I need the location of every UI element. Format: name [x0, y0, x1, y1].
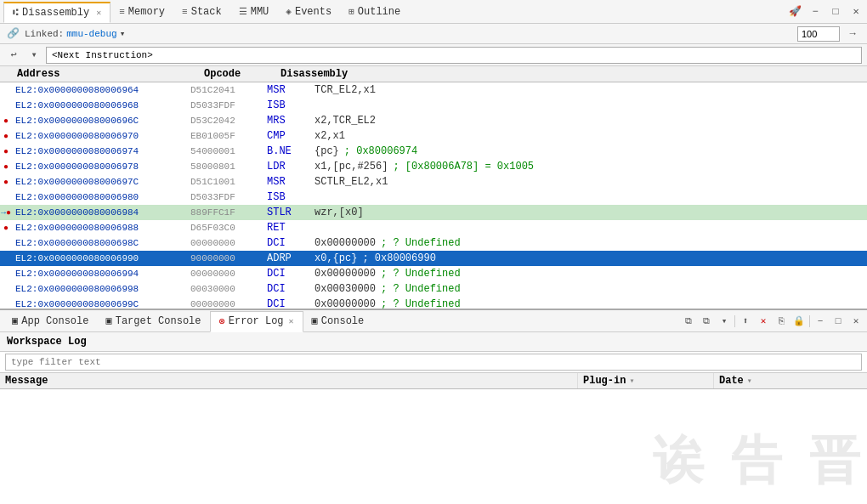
row-disasm: CMPx2,x1 [264, 129, 867, 143]
bottom-minimize-icon[interactable]: − [813, 314, 828, 329]
row-mnemonic: DCI [267, 268, 309, 280]
disasm-row[interactable]: EL2:0x000000008000699090000000ADRPx0,{pc… [0, 251, 867, 266]
disassembly-tab-icon: ⑆ [13, 8, 19, 18]
row-opcode: 00000000 [187, 237, 264, 249]
bottom-tab-target-console[interactable]: ▣ Target Console [97, 311, 209, 331]
row-disasm: ISB [264, 190, 867, 204]
row-mnemonic: DCI [267, 237, 309, 249]
disasm-row[interactable]: EL2:0x0000000080006964D51C2041MSRTCR_EL2… [0, 82, 867, 98]
row-disasm: RET [264, 221, 867, 235]
bottom-tab-console[interactable]: ▣ Console [303, 311, 373, 331]
tab-stack[interactable]: ≡ Stack [173, 3, 230, 21]
toolbar-separator-2 [809, 315, 810, 327]
plugin-sort-arrow[interactable]: ▾ [629, 376, 634, 386]
row-comment: ; [0x80006A78] = 0x1005 [393, 161, 534, 173]
bottom-maximize-icon[interactable]: □ [830, 314, 846, 329]
log-content-area[interactable]: 诶 告 晋 [0, 389, 867, 504]
nav-instruction-input[interactable] [46, 47, 862, 64]
app-console-label: App Console [21, 315, 88, 327]
disasm-row[interactable]: EL2:0x000000008000698C00000000DCI0x00000… [0, 235, 867, 251]
row-operand: x1,[pc,#256] [314, 161, 388, 173]
row-address: EL2:0x0000000080006970 [12, 130, 187, 142]
top-tab-bar: ⑆ Disassembly ✕ ≡ Memory ≡ Stack ☰ MMU ◈… [0, 0, 867, 24]
disasm-row[interactable]: EL2:0x000000008000699800030000DCI0x00030… [0, 281, 867, 297]
close-icon[interactable]: ✕ [848, 4, 864, 20]
disasm-row[interactable]: EL2:0x0000000080006980D5033FDFISB [0, 190, 867, 205]
row-comment: ; 0x80006974 [344, 145, 417, 157]
filter-bar [0, 352, 867, 373]
row-mnemonic: MSR [267, 176, 309, 188]
bottom-close-icon[interactable]: ✕ [848, 314, 864, 329]
copy-rows-btn[interactable]: ⧉ [681, 314, 696, 329]
date-sort-arrow[interactable]: ▾ [747, 376, 752, 386]
clear-btn[interactable]: ✕ [756, 314, 771, 329]
export-btn[interactable]: ⬆ [738, 314, 753, 329]
disasm-scroll-area[interactable]: EL2:0x0000000080006964D51C2041MSRTCR_EL2… [0, 82, 867, 309]
row-opcode: EB01005F [187, 130, 264, 142]
disasm-row[interactable]: →●EL2:0x0000000080006984889FFC1FSTLRwzr,… [0, 205, 867, 220]
row-disasm: DCI0x00000000; ? Undefined [264, 297, 867, 309]
nav-back-btn[interactable]: ↩ [5, 47, 22, 64]
row-address: EL2:0x0000000080006974 [12, 145, 187, 157]
minimize-icon[interactable]: − [808, 4, 823, 20]
top-toolbar-right: 🚀 − □ ✕ [787, 4, 864, 20]
tab-outline[interactable]: ⊞ Outline [340, 3, 409, 21]
row-marker-bp: ● [0, 224, 12, 233]
copy-rows2-btn[interactable]: ⧉ [699, 314, 714, 329]
tab-disassembly-close[interactable]: ✕ [96, 8, 101, 18]
row-opcode: 54000001 [187, 145, 264, 157]
linked-dropdown-arrow[interactable]: ▾ [120, 28, 126, 39]
bottom-tab-app-console[interactable]: ▣ App Console [3, 311, 97, 331]
log-header-row: Message Plug-in ▾ Date ▾ [0, 373, 867, 389]
row-opcode: 00030000 [187, 283, 264, 295]
disasm-row[interactable]: ●EL2:0x000000008000697454000001B.NE{pc};… [0, 144, 867, 159]
tab-memory[interactable]: ≡ Memory [110, 3, 173, 21]
tab-disassembly-label: Disassembly [22, 7, 89, 19]
disasm-row[interactable]: EL2:0x0000000080006968D5033FDFISB [0, 98, 867, 113]
row-operand: SCTLR_EL2,x1 [314, 176, 388, 188]
disasm-row[interactable]: ●EL2:0x000000008000697858000801LDRx1,[pc… [0, 159, 867, 174]
target-console-label: Target Console [116, 315, 201, 327]
filter-input[interactable] [5, 354, 862, 371]
linked-arrow-btn[interactable]: → [845, 26, 860, 42]
row-marker-bp: ● [0, 178, 12, 187]
bottom-tab-error-log[interactable]: ⊗ Error Log ✕ [210, 311, 303, 332]
linked-debug-link[interactable]: mmu-debug [66, 29, 116, 39]
row-mnemonic: ADRP [267, 252, 309, 264]
disasm-row[interactable]: ●EL2:0x000000008000697CD51C1001MSRSCTLR_… [0, 174, 867, 190]
row-marker-bp: ● [0, 132, 12, 141]
row-comment: ; ? Undefined [381, 298, 461, 309]
tab-events[interactable]: ◈ Events [277, 3, 340, 21]
toolbar-separator-1 [734, 315, 735, 327]
linked-input[interactable] [797, 26, 840, 42]
disasm-row[interactable]: EL2:0x000000008000699C00000000DCI0x00000… [0, 297, 867, 309]
row-opcode: 889FFC1F [187, 207, 264, 218]
tab-disassembly[interactable]: ⑆ Disassembly ✕ [3, 2, 110, 23]
row-mnemonic: ISB [267, 191, 309, 203]
row-address: EL2:0x0000000080006990 [12, 252, 187, 264]
disasm-row[interactable]: ●EL2:0x0000000080006970EB01005FCMPx2,x1 [0, 128, 867, 144]
tab-mmu[interactable]: ☰ MMU [230, 3, 278, 21]
tab-mmu-label: MMU [251, 6, 269, 18]
log-header-plugin: Plug-in ▾ [578, 373, 714, 388]
copy-btn[interactable]: ⎘ [774, 314, 789, 329]
row-address: EL2:0x0000000080006980 [12, 191, 187, 203]
disasm-row[interactable]: ●EL2:0x0000000080006988D65F03C0RET [0, 220, 867, 235]
disasm-row[interactable]: EL2:0x000000008000699400000000DCI0x00000… [0, 266, 867, 281]
console-icon: ▣ [312, 314, 318, 327]
row-marker-arrow-bp: →● [0, 208, 12, 218]
error-log-close[interactable]: ✕ [289, 316, 294, 326]
memory-tab-icon: ≡ [119, 7, 125, 17]
restore-icon[interactable]: □ [828, 4, 843, 20]
outline-tab-icon: ⊞ [348, 6, 354, 17]
row-disasm: MRSx2,TCR_EL2 [264, 114, 867, 127]
lock-btn[interactable]: 🔒 [791, 314, 807, 329]
nav-dropdown-btn[interactable]: ▾ [26, 47, 42, 64]
link-icon: 🔗 [7, 27, 20, 40]
rocket-icon[interactable]: 🚀 [787, 4, 802, 20]
linked-bar: 🔗 Linked: mmu-debug ▾ → [0, 24, 867, 44]
workspace-log-title: Workspace Log [0, 332, 867, 352]
tab-events-label: Events [295, 6, 332, 18]
disasm-row[interactable]: ●EL2:0x000000008000696CD53C2042MRSx2,TCR… [0, 113, 867, 128]
dropdown-btn[interactable]: ▾ [717, 314, 732, 329]
